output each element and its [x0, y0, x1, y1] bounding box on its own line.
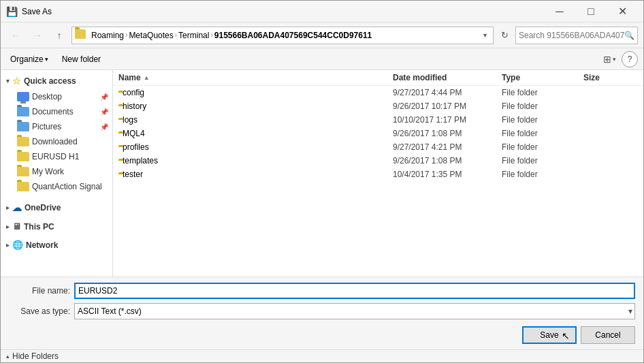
file-type-tester: File folder	[502, 170, 583, 179]
close-button[interactable]: ✕	[607, 1, 638, 22]
breadcrumb-metaquotes[interactable]: MetaQuotes	[129, 31, 173, 40]
title-bar: 💾 Save As ─ □ ✕	[1, 1, 643, 22]
hide-folders-row[interactable]: ▴ Hide Folders	[1, 349, 643, 362]
sidebar-item-quantaction[interactable]: QuantAction Signal	[1, 179, 112, 194]
file-row[interactable]: MQL4 9/26/2017 1:08 PM File folder	[113, 127, 643, 140]
documents-folder-icon	[17, 106, 29, 117]
documents-pin-icon: 📌	[100, 108, 108, 116]
column-header-date[interactable]: Date modified	[393, 73, 502, 82]
file-name-config: config	[123, 88, 144, 97]
thispc-label: This PC	[24, 222, 54, 232]
filename-row: File name:	[9, 283, 635, 299]
file-date-history: 9/26/2017 10:17 PM	[393, 101, 502, 111]
search-icon[interactable]: 🔍	[624, 31, 634, 40]
savetype-select[interactable]: ASCII Text (*.csv) CSV (*.csv) Text (*.t…	[74, 303, 635, 319]
folder-icon-address	[75, 29, 87, 41]
navigation-toolbar: ← → ↑ Roaming › MetaQuotes › Terminal › …	[1, 22, 643, 48]
file-row[interactable]: templates 9/26/2017 1:08 PM File folder	[113, 154, 643, 168]
title-bar-buttons: ─ □ ✕	[544, 1, 638, 22]
command-toolbar: Organize ▾ New folder ⊞ ▾ ?	[1, 48, 643, 70]
file-name-logs: logs	[123, 115, 138, 125]
sidebar-item-quantaction-label: QuantAction Signal	[32, 182, 102, 191]
onedrive-chevron-icon: ▸	[6, 204, 10, 211]
sidebar-item-documents[interactable]: Documents 📌	[1, 104, 112, 119]
file-type-logs: File folder	[502, 115, 583, 125]
dialog-title: Save As	[22, 7, 544, 16]
file-name-tester: tester	[123, 170, 143, 179]
breadcrumb-roaming[interactable]: Roaming	[91, 31, 124, 40]
file-name-templates: templates	[123, 156, 158, 165]
sidebar-item-downloaded[interactable]: Downloaded	[1, 134, 112, 149]
downloaded-folder-icon	[17, 136, 29, 147]
sidebar-item-network[interactable]: ▸ 🌐 Network	[1, 237, 112, 253]
hide-folders-label: Hide Folders	[12, 351, 59, 361]
view-icon: ⊞	[603, 54, 611, 65]
help-button[interactable]: ?	[622, 51, 638, 67]
sidebar-item-desktop[interactable]: Desktop 📌	[1, 89, 112, 104]
filename-input[interactable]	[74, 283, 635, 299]
column-header-type[interactable]: Type	[502, 73, 583, 82]
file-row[interactable]: tester 10/4/2017 1:35 PM File folder	[113, 168, 643, 181]
cancel-button[interactable]: Cancel	[581, 326, 635, 344]
file-row[interactable]: logs 10/10/2017 1:17 PM File folder	[113, 113, 643, 127]
file-date-config: 9/27/2017 4:44 PM	[393, 88, 502, 97]
quick-access-star-icon: ☆	[12, 76, 21, 86]
search-input[interactable]	[519, 31, 624, 40]
back-button[interactable]: ←	[6, 27, 25, 44]
breadcrumb-dropdown-button[interactable]: ▾	[479, 27, 490, 44]
sidebar-item-documents-label: Documents	[32, 107, 74, 116]
file-row[interactable]: profiles 9/27/2017 4:21 PM File folder	[113, 140, 643, 154]
save-button[interactable]: Save ↖	[522, 326, 577, 344]
breadcrumb-id[interactable]: 915566BA06ADA407569C544CC0D97611	[214, 31, 372, 40]
save-button-label: Save	[540, 330, 558, 340]
savetype-row: Save as type: ASCII Text (*.csv) CSV (*.…	[9, 303, 635, 319]
file-row[interactable]: history 9/26/2017 10:17 PM File folder	[113, 99, 643, 113]
file-row[interactable]: config 9/27/2017 4:44 PM File folder	[113, 86, 643, 99]
file-type-history: File folder	[502, 101, 583, 111]
thispc-icon: 🖥	[12, 221, 21, 232]
sidebar-item-pictures-label: Pictures	[32, 122, 61, 131]
quick-access-header[interactable]: ▾ ☆ Quick access	[1, 73, 112, 89]
eurusdh1-folder-icon	[17, 151, 29, 162]
search-box[interactable]: 🔍	[515, 27, 638, 44]
file-name-profiles: profiles	[123, 142, 149, 152]
sidebar-item-mywork[interactable]: My Work	[1, 164, 112, 179]
file-type-mql4: File folder	[502, 129, 583, 138]
desktop-icon	[17, 91, 29, 102]
maximize-button[interactable]: □	[575, 1, 607, 22]
view-button[interactable]: ⊞ ▾	[603, 54, 616, 65]
sidebar-item-pictures[interactable]: Pictures 📌	[1, 119, 112, 134]
column-header-name[interactable]: Name ▲	[118, 73, 393, 82]
sort-arrow-icon: ▲	[144, 74, 150, 81]
sidebar-item-thispc[interactable]: ▸ 🖥 This PC	[1, 219, 112, 234]
minimize-button[interactable]: ─	[544, 1, 575, 22]
refresh-button[interactable]: ↻	[496, 27, 513, 44]
sidebar: ▾ ☆ Quick access Desktop 📌 Documents 📌	[1, 70, 113, 277]
file-date-profiles: 9/27/2017 4:21 PM	[393, 142, 502, 152]
onedrive-icon: ☁	[12, 202, 22, 213]
pin-icon: 📌	[100, 93, 108, 101]
file-name-mql4: MQL4	[123, 129, 145, 138]
file-list: Name ▲ Date modified Type Size config 9/…	[113, 70, 643, 277]
organize-button[interactable]: Organize ▾	[6, 51, 52, 67]
breadcrumb-terminal[interactable]: Terminal	[178, 31, 209, 40]
forward-button[interactable]: →	[28, 27, 47, 44]
thispc-chevron-icon: ▸	[6, 223, 10, 230]
view-chevron-icon: ▾	[613, 56, 616, 63]
sidebar-item-onedrive[interactable]: ▸ ☁ OneDrive	[1, 200, 112, 216]
file-date-logs: 10/10/2017 1:17 PM	[393, 115, 502, 125]
column-name-label: Name	[118, 73, 141, 82]
pictures-folder-icon	[17, 121, 29, 132]
mywork-folder-icon	[17, 166, 29, 177]
main-content: ▾ ☆ Quick access Desktop 📌 Documents 📌	[1, 70, 643, 277]
column-header-size[interactable]: Size	[583, 73, 638, 82]
address-bar[interactable]: Roaming › MetaQuotes › Terminal › 915566…	[71, 27, 494, 44]
sidebar-item-mywork-label: My Work	[32, 167, 64, 176]
sidebar-item-eurusdh1[interactable]: EURUSD H1	[1, 149, 112, 164]
up-button[interactable]: ↑	[50, 27, 69, 44]
breadcrumb-sep-2: ›	[175, 31, 177, 39]
save-as-dialog: 💾 Save As ─ □ ✕ ← → ↑ Roaming › MetaQuot…	[0, 0, 644, 363]
file-date-mql4: 9/26/2017 1:08 PM	[393, 129, 502, 138]
new-folder-button[interactable]: New folder	[58, 51, 105, 67]
bottom-section: File name: Save as type: ASCII Text (*.c…	[1, 277, 643, 349]
